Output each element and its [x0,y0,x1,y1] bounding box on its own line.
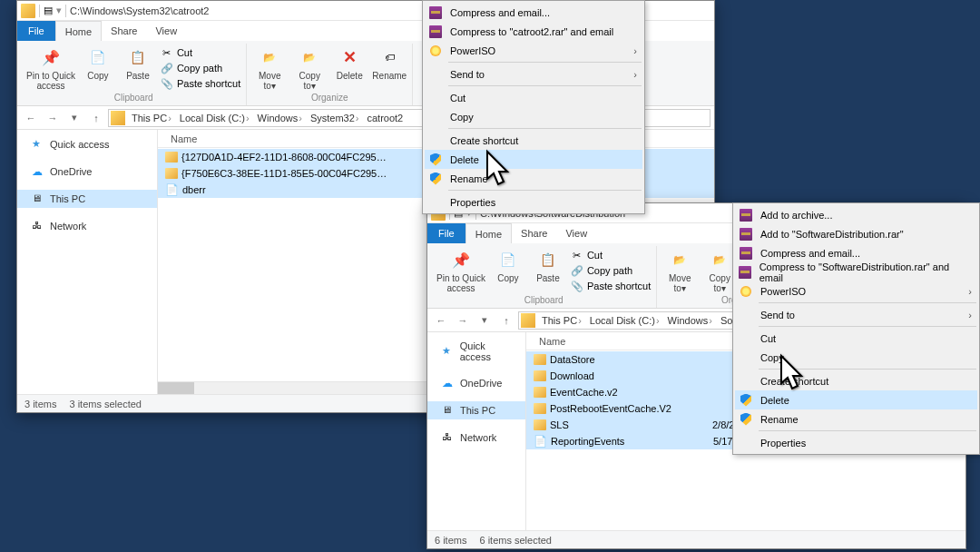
crumb-windows[interactable]: Windows [664,315,717,326]
pin-to-quick-access-button[interactable]: 📌Pin to Quick access [436,246,485,293]
menu-item-create-shortcut[interactable]: Create shortcut [735,371,977,390]
nav-recent-button[interactable]: ▾ [475,310,495,330]
status-count: 3 items [24,399,56,409]
context-menu[interactable]: Compress and email...Compress to "catroo… [422,0,645,214]
menu-item-compress-and-email[interactable]: Compress and email... [425,3,642,22]
move-to-button[interactable]: 📂Move to▾ [662,246,697,293]
crumb-this-pc[interactable]: This PC [128,113,176,123]
menu-item-send-to[interactable]: Send to [425,64,642,84]
qat-icon[interactable]: ▤ [44,5,53,16]
file-name: DataStore [550,354,709,365]
sidebar-item-quick-access[interactable]: Quick access [17,135,157,153]
menu-item-label: Copy [450,112,474,123]
sidebar-item-quick-access[interactable]: Quick access [427,338,525,365]
file-name: dberr [182,184,206,195]
pin-to-quick-access-button[interactable]: 📌 Pin to Quick access [26,44,75,91]
nav-back-button[interactable]: ← [21,108,41,128]
menu-item-copy[interactable]: Copy [425,107,642,126]
sidebar-item-network[interactable]: Network [17,217,157,235]
copy-icon: 📄 [495,246,522,273]
sidebar-item-network[interactable]: Network [427,429,525,447]
menu-item-send-to[interactable]: Send to [735,305,977,324]
rename-button[interactable]: 🏷Rename [372,44,407,82]
menu-item-delete[interactable]: Delete [425,150,642,169]
col-name[interactable]: Name [534,336,697,347]
pin-icon: 📌 [37,44,64,71]
menu-item-rename[interactable]: Rename [425,169,642,188]
delete-button[interactable]: ✕Delete [332,44,367,82]
sidebar-item-onedrive[interactable]: OneDrive [17,163,157,181]
sidebar-item-this-pc[interactable]: This PC [427,401,525,419]
menu-item-copy[interactable]: Copy [735,348,977,367]
blank-icon [739,350,753,365]
shield-icon [739,412,753,427]
nav-back-button[interactable]: ← [431,310,451,330]
cut-button[interactable]: Cut [161,45,240,60]
menu-item-create-shortcut[interactable]: Create shortcut [425,131,642,150]
blank-icon [739,308,753,322]
crumb-this-pc[interactable]: This PC [538,315,586,326]
crumb-catroot2[interactable]: catroot2 [363,113,407,123]
navigation-pane[interactable]: Quick access OneDrive This PC Network [427,332,526,530]
copy-to-button[interactable]: 📂Copy to▾ [292,44,327,91]
crumb-c[interactable]: Local Disk (C:) [586,315,664,326]
menu-item-compress-and-email[interactable]: Compress and email... [735,243,977,262]
menu-item-delete[interactable]: Delete [735,390,977,409]
file-tab[interactable]: File [427,223,466,243]
nav-up-button[interactable]: ↑ [86,108,106,128]
menu-item-add-to-archive[interactable]: Add to archive... [735,205,977,224]
nav-forward-button[interactable]: → [453,310,473,330]
menu-item-properties[interactable]: Properties [425,192,642,212]
copy-button[interactable]: 📄Copy [491,246,525,284]
tab-view[interactable]: View [556,223,596,243]
menu-item-add-to-softwaredistribution-rar[interactable]: Add to "SoftwareDistribution.rar" [735,224,977,243]
file-name: Download [550,370,709,381]
file-name: {F750E6C3-38EE-11D1-85E5-00C04FC295… [181,168,387,179]
sidebar-item-onedrive[interactable]: OneDrive [427,374,525,392]
delete-icon: ✕ [336,44,363,71]
menu-item-label: Send to [760,310,795,320]
cut-button[interactable]: Cut [571,248,651,262]
paste-shortcut-button[interactable]: 📎Paste shortcut [161,76,240,91]
navigation-pane[interactable]: Quick access OneDrive This PC Network [17,130,158,394]
folder-icon [165,152,178,163]
menu-item-compress-to-catroot2-rar-and-email[interactable]: Compress to "catroot2.rar" and email [425,22,642,41]
tab-home[interactable]: Home [466,223,512,243]
menu-item-rename[interactable]: Rename [735,409,977,429]
crumb-c[interactable]: Local Disk (C:) [176,113,254,123]
menu-item-properties[interactable]: Properties [735,433,977,452]
menu-item-cut[interactable]: Cut [735,329,977,348]
sidebar-item-this-pc[interactable]: This PC [17,190,157,208]
qat-dropdown-icon[interactable]: ▾ [56,5,62,16]
copy-button[interactable]: 📄 Copy [81,44,115,82]
nav-recent-button[interactable]: ▾ [64,108,84,128]
menu-separator [448,85,642,86]
tab-view[interactable]: View [146,21,186,41]
paste-shortcut-button[interactable]: 📎Paste shortcut [571,279,651,293]
copy-path-button[interactable]: 🔗Copy path [571,263,651,278]
tab-share[interactable]: Share [512,223,556,243]
move-to-button[interactable]: 📂Move to▾ [252,44,287,91]
menu-item-label: Add to "SoftwareDistribution.rar" [760,229,904,240]
file-tab[interactable]: File [17,21,55,41]
poweriso-icon [428,44,443,58]
menu-item-poweriso[interactable]: PowerISO [735,281,977,301]
menu-item-cut[interactable]: Cut [425,88,642,107]
crumb-system32[interactable]: System32 [307,113,364,123]
copy-path-button[interactable]: 🔗Copy path [161,61,240,75]
col-name[interactable]: Name [165,133,202,144]
context-menu[interactable]: Add to archive...Add to "SoftwareDistrib… [732,202,980,455]
tab-home[interactable]: Home [55,21,102,41]
tab-share[interactable]: Share [102,21,146,41]
menu-item-poweriso[interactable]: PowerISO [425,41,642,60]
paste-button[interactable]: 📋Paste [531,246,565,284]
star-icon [442,345,455,358]
blank-icon [428,67,443,82]
nav-up-button[interactable]: ↑ [496,310,516,330]
menu-item-compress-to-softwaredistribution-rar-and-email[interactable]: Compress to "SoftwareDistribution.rar" a… [735,262,977,281]
nav-forward-button[interactable]: → [43,108,63,128]
paste-button[interactable]: 📋 Paste [121,44,155,82]
cloud-icon [442,377,455,389]
file-icon [534,435,547,448]
crumb-windows[interactable]: Windows [254,113,307,123]
